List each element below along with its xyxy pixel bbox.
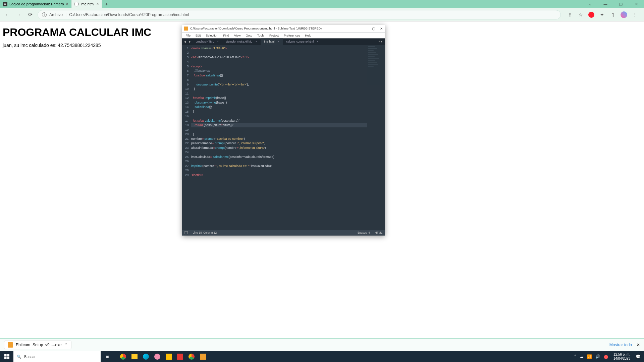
clock-date: 14/04/2023 — [613, 357, 630, 361]
taskbar-sublime-icon[interactable] — [197, 351, 209, 362]
profile-icon[interactable] — [621, 11, 627, 18]
sublime-title-text: C:\Users\Facturacion\Downloads\Curso Pro… — [190, 27, 322, 31]
menu-selection[interactable]: Selection — [204, 33, 220, 38]
sublime-menubar: File Edit Selection Find View Goto Tools… — [182, 33, 385, 39]
menu-icon[interactable]: ⋮ — [632, 12, 638, 18]
info-icon[interactable]: i — [42, 12, 47, 17]
windows-icon — [4, 354, 9, 359]
taskbar-explorer-icon[interactable] — [129, 351, 140, 362]
sublime-app-icon — [184, 26, 188, 31]
status-lang[interactable]: HTML — [375, 231, 382, 234]
new-tab-button[interactable]: + — [102, 1, 111, 7]
status-panel-icon[interactable] — [185, 231, 188, 234]
favicon-icon — [74, 2, 79, 6]
taskbar-chrome2-icon[interactable] — [186, 351, 197, 362]
download-shelf: Ebitcam_Setup_v9.....exe ⌃ Mostrar todo … — [0, 338, 644, 351]
svg-rect-3 — [7, 357, 9, 359]
sidepanel-icon[interactable]: ▯ — [610, 12, 616, 18]
close-icon[interactable]: × — [97, 2, 99, 6]
editor-tab-1[interactable]: ejemplo_moira.HTML× — [222, 39, 261, 45]
menu-file[interactable]: File — [184, 33, 193, 38]
tab-title: Lógica de programación: Primero — [9, 2, 64, 6]
close-button[interactable]: ✕ — [380, 27, 383, 31]
editor-tab-0[interactable]: pruebas.HTML× — [192, 39, 222, 45]
menu-project[interactable]: Project — [267, 33, 281, 38]
tab-add-icon[interactable]: + ▾ — [376, 40, 385, 43]
minimize-button[interactable]: — — [364, 27, 367, 31]
svg-rect-0 — [4, 354, 7, 357]
download-item[interactable]: Ebitcam_Setup_v9.....exe ⌃ — [4, 341, 71, 349]
clock-time: 12:56 p. m. — [613, 353, 630, 357]
reload-button[interactable]: ⟳ — [26, 11, 34, 18]
code-area[interactable]: <meta charset="UTF=8"> <h1>PROGRAMA CALC… — [191, 45, 367, 230]
close-icon[interactable]: × — [217, 40, 219, 44]
editor-tab-3[interactable]: calculo_consumo.html× — [283, 39, 322, 45]
svg-rect-2 — [4, 357, 7, 359]
opera-icon[interactable] — [588, 12, 594, 18]
menu-view[interactable]: View — [232, 33, 243, 38]
task-view-button[interactable]: ⊞ — [101, 351, 114, 362]
show-all-downloads[interactable]: Mostrar todo — [609, 343, 632, 347]
notifications-icon[interactable]: 💬 — [636, 354, 641, 359]
taskbar-app-icon[interactable] — [163, 351, 174, 362]
tray-volume-icon[interactable]: 🔊 — [595, 354, 600, 359]
taskbar-app-icon[interactable] — [152, 351, 163, 362]
bookmark-icon[interactable]: ☆ — [578, 12, 584, 18]
close-icon[interactable]: × — [255, 40, 257, 44]
minimap[interactable] — [367, 45, 385, 230]
sublime-statusbar: Line 18, Column 12 Spaces: 4 HTML — [182, 230, 385, 236]
sublime-window: C:\Users\Facturacion\Downloads\Curso Pro… — [182, 25, 385, 236]
download-filename: Ebitcam_Setup_v9.....exe — [16, 343, 62, 347]
close-icon[interactable]: × — [277, 40, 279, 44]
forward-button[interactable]: → — [15, 12, 23, 18]
menu-edit[interactable]: Edit — [194, 33, 203, 38]
sublime-titlebar[interactable]: C:\Users\Facturacion\Downloads\Curso Pro… — [182, 25, 385, 33]
tray-chevron-icon[interactable]: ˄ — [574, 354, 576, 359]
svg-rect-1 — [7, 354, 9, 357]
menu-tools[interactable]: Tools — [255, 33, 266, 38]
chevron-down-icon[interactable]: ⌄ — [582, 2, 598, 6]
close-shelf-button[interactable]: ✕ — [637, 343, 640, 347]
code-editor[interactable]: 1234567891011121314151617181920212223242… — [182, 45, 385, 230]
url-scheme-label: Archivo — [49, 12, 63, 17]
file-icon — [8, 342, 13, 348]
url-separator: | — [65, 12, 66, 17]
tray-onedrive-icon[interactable]: ☁ — [580, 354, 584, 359]
editor-tab-2[interactable]: imc.html× — [261, 39, 283, 45]
menu-help[interactable]: Help — [303, 33, 313, 38]
status-cursor-pos: Line 18, Column 12 — [193, 231, 217, 234]
maximize-button[interactable]: ▢ — [613, 2, 629, 6]
close-icon[interactable]: × — [66, 2, 68, 6]
back-button[interactable]: ← — [3, 12, 11, 18]
taskbar-app-icon[interactable] — [174, 351, 186, 362]
menu-goto[interactable]: Goto — [244, 33, 254, 38]
browser-tab-1[interactable]: imc.html × — [71, 0, 102, 8]
minimize-button[interactable]: — — [598, 2, 613, 6]
taskbar-edge-icon[interactable] — [140, 351, 152, 362]
close-button[interactable]: ✕ — [629, 2, 644, 6]
windows-taskbar: 🔍 Buscar ⊞ ˄ ☁ 📶 🔊 ⬤ 12:56 p. m. 14/04/2… — [0, 351, 644, 362]
tray-wifi-icon[interactable]: 📶 — [587, 354, 592, 359]
extensions-icon[interactable]: ✦ — [599, 12, 605, 18]
close-icon[interactable]: × — [317, 40, 318, 44]
tab-nav-back-icon[interactable]: ◀ — [182, 40, 187, 43]
browser-tab-0[interactable]: a Lógica de programación: Primero × — [0, 0, 71, 8]
taskbar-clock[interactable]: 12:56 p. m. 14/04/2023 — [611, 353, 632, 361]
tab-nav-fwd-icon[interactable]: ▶ — [187, 40, 192, 43]
url-text: C:/Users/Facturacion/Downloads/Curso%20P… — [69, 12, 189, 17]
start-button[interactable] — [0, 351, 13, 362]
status-spaces[interactable]: Spaces: 4 — [358, 231, 370, 234]
tray-lang-icon[interactable]: ⬤ — [604, 354, 608, 359]
search-box[interactable]: 🔍 Buscar — [13, 351, 101, 362]
menu-find[interactable]: Find — [221, 33, 231, 38]
line-gutter: 1234567891011121314151617181920212223242… — [182, 45, 191, 230]
address-bar[interactable]: i Archivo | C:/Users/Facturacion/Downloa… — [38, 10, 561, 19]
share-icon[interactable]: ⇪ — [567, 12, 573, 18]
tab-title: imc.html — [81, 2, 95, 6]
taskbar-chrome-icon[interactable] — [117, 351, 129, 362]
maximize-button[interactable]: ▢ — [372, 27, 375, 31]
search-icon: 🔍 — [17, 355, 21, 359]
chevron-up-icon[interactable]: ⌃ — [64, 343, 68, 347]
menu-preferences[interactable]: Preferences — [282, 33, 302, 38]
favicon-icon: a — [3, 2, 7, 6]
